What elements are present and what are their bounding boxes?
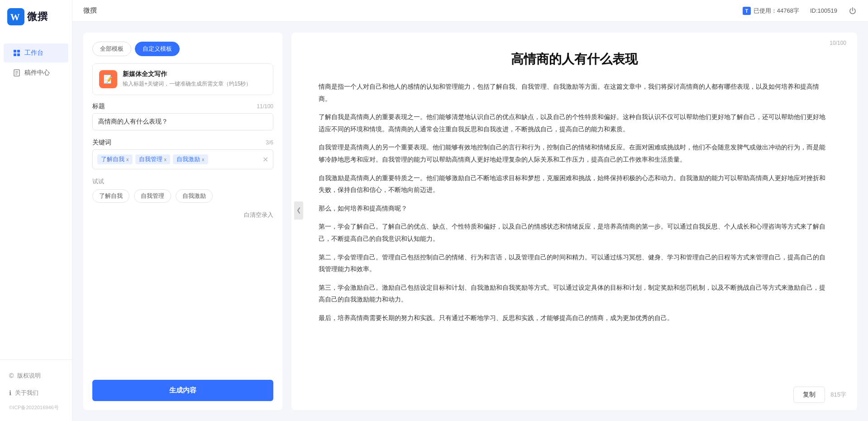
keyword-tag-3: 自我激励 x bbox=[173, 154, 208, 164]
keyword-tag-1-remove[interactable]: x bbox=[126, 157, 129, 162]
topbar-id: ID:100519 bbox=[810, 7, 837, 14]
topbar-usage: T 已使用：44768字 bbox=[743, 7, 799, 15]
sidebar-logo: W 微撰 bbox=[0, 0, 72, 33]
topbar-title: 微撰 bbox=[83, 6, 97, 15]
try-tag-2[interactable]: 自我管理 bbox=[134, 189, 171, 203]
sidebar-item-workbench[interactable]: 工作台 bbox=[4, 43, 68, 62]
keyword-tag-3-remove[interactable]: x bbox=[202, 157, 205, 162]
usage-label: 已使用：44768字 bbox=[754, 7, 799, 15]
svg-rect-4 bbox=[14, 53, 16, 56]
article-paragraph-0: 情商是指一个人对自己和他人的感情的认知和管理能力，包括了解自我、自我管理、自我激… bbox=[319, 81, 830, 105]
keyword-tag-3-text: 自我激励 bbox=[176, 155, 200, 163]
article-paragraph-5: 第一，学会了解自己。了解自己的优点、缺点、个性特质和偏好，以及自己的情感状态和情… bbox=[319, 220, 830, 244]
card-body: 新媒体全文写作 输入标题+关键词，一键准确生成所需文章（约15秒） bbox=[123, 70, 251, 88]
keywords-clear-icon[interactable]: ✕ bbox=[262, 155, 268, 164]
keywords-box[interactable]: 了解自我 x 自我管理 x 自我激励 x ✕ bbox=[92, 149, 273, 169]
template-card[interactable]: 📝 新媒体全文写作 输入标题+关键词，一键准确生成所需文章（约15秒） bbox=[92, 63, 273, 95]
article-body: 情商是指一个人对自己和他人的感情的认知和管理能力，包括了解自我、自我管理、自我激… bbox=[319, 81, 830, 324]
drafts-icon bbox=[13, 69, 21, 77]
topbar: 微撰 T 已使用：44768字 ID:100519 bbox=[72, 0, 868, 22]
article-paragraph-6: 第二，学会管理自己。管理自己包括控制自己的情绪、行为和言语，以及管理自己的时间和… bbox=[319, 251, 830, 275]
keyword-tag-2-remove[interactable]: x bbox=[164, 157, 167, 162]
sidebar-item-workbench-label: 工作台 bbox=[24, 49, 43, 57]
article-paragraph-4: 那么，如何培养和提高情商呢？ bbox=[319, 202, 830, 215]
article-paragraph-1: 了解自我是高情商人的重要表现之一。他们能够清楚地认识自己的优点和缺点，以及自己的… bbox=[319, 111, 830, 135]
article-paragraph-7: 第三，学会激励自己。激励自己包括设定目标和计划、自我激励和自我奖励等方式。可以通… bbox=[319, 282, 830, 306]
info-icon: ℹ bbox=[9, 389, 11, 397]
card-icon: 📝 bbox=[99, 70, 117, 88]
svg-rect-3 bbox=[17, 50, 20, 53]
card-desc: 输入标题+关键词，一键准确生成所需文章（约15秒） bbox=[123, 80, 251, 88]
copyright-icon: © bbox=[9, 372, 14, 379]
title-count: 11/100 bbox=[257, 103, 273, 110]
left-panel: 全部模板 自定义模板 📝 新媒体全文写作 输入标题+关键词，一键准确生成所需文章… bbox=[83, 33, 282, 410]
body-area: 全部模板 自定义模板 📝 新媒体全文写作 输入标题+关键词，一键准确生成所需文章… bbox=[72, 22, 868, 421]
sidebar-copyright-label: 版权说明 bbox=[17, 372, 41, 380]
sidebar-about-label: 关于我们 bbox=[15, 389, 38, 397]
sidebar-item-copyright[interactable]: © 版权说明 bbox=[0, 367, 72, 384]
try-tag-3[interactable]: 自我激励 bbox=[176, 189, 213, 203]
keyword-tag-2: 自我管理 x bbox=[135, 154, 171, 164]
try-section: 试试 了解自我 自我管理 自我激励 bbox=[92, 177, 273, 203]
title-section: 标题 11/100 bbox=[92, 102, 273, 130]
copy-button[interactable]: 复制 bbox=[793, 387, 825, 403]
keywords-count: 3/6 bbox=[266, 139, 273, 146]
template-tabs: 全部模板 自定义模板 bbox=[92, 42, 273, 56]
try-label: 试试 bbox=[92, 177, 273, 186]
svg-text:W: W bbox=[10, 12, 20, 23]
right-panel: 10/100 高情商的人有什么表现 情商是指一个人对自己和他人的感情的认知和管理… bbox=[291, 33, 857, 410]
tab-all-templates[interactable]: 全部模板 bbox=[92, 42, 131, 56]
sidebar-item-drafts[interactable]: 稿件中心 bbox=[4, 63, 68, 82]
article-paragraph-3: 自我激励是高情商人的重要特质之一。他们能够激励自己不断地追求目标和梦想，克服困难… bbox=[319, 172, 830, 196]
sidebar-nav: 工作台 稿件中心 bbox=[0, 33, 72, 359]
title-label: 标题 bbox=[92, 102, 105, 110]
logo-text: 微撰 bbox=[27, 10, 48, 24]
main-content: 微撰 T 已使用：44768字 ID:100519 全部模板 自定义模板 bbox=[72, 0, 868, 421]
word-count: 815字 bbox=[830, 391, 846, 399]
article-paragraph-2: 自我管理是高情商人的另一个重要表现。他们能够有效地控制自己的言行和行为，控制自己… bbox=[319, 141, 830, 165]
card-title: 新媒体全文写作 bbox=[123, 70, 251, 78]
logo-icon: W bbox=[7, 8, 24, 25]
generate-button[interactable]: 生成内容 bbox=[92, 380, 273, 401]
collapse-arrow[interactable] bbox=[294, 201, 303, 220]
keywords-label: 关键词 bbox=[92, 139, 111, 147]
article-title: 高情商的人有什么表现 bbox=[319, 51, 830, 68]
article-footer: 复制 815字 bbox=[793, 387, 846, 403]
clear-link[interactable]: 白清空录入 bbox=[92, 211, 273, 219]
keywords-section: 关键词 3/6 了解自我 x 自我管理 x 自我激励 x bbox=[92, 139, 273, 169]
power-button[interactable] bbox=[848, 6, 857, 15]
usage-icon: T bbox=[743, 7, 751, 15]
sidebar-item-about[interactable]: ℹ 关于我们 bbox=[0, 384, 72, 402]
svg-rect-5 bbox=[17, 53, 20, 56]
try-tags: 了解自我 自我管理 自我激励 bbox=[92, 189, 273, 203]
keyword-tag-2-text: 自我管理 bbox=[139, 155, 162, 163]
try-tag-1[interactable]: 了解自我 bbox=[92, 189, 129, 203]
title-input[interactable] bbox=[92, 113, 273, 130]
tab-custom-templates[interactable]: 自定义模板 bbox=[135, 42, 180, 56]
topbar-right: T 已使用：44768字 ID:100519 bbox=[743, 6, 857, 15]
icp-text: ©ICP备2022016946号 bbox=[0, 402, 72, 416]
workbench-icon bbox=[13, 49, 21, 57]
svg-rect-2 bbox=[14, 50, 16, 53]
keyword-tag-1-text: 了解自我 bbox=[101, 155, 124, 163]
title-label-row: 标题 11/100 bbox=[92, 102, 273, 110]
keyword-tag-1: 了解自我 x bbox=[97, 154, 133, 164]
article-page-count: 10/100 bbox=[830, 40, 846, 46]
sidebar: W 微撰 工作台 bbox=[0, 0, 72, 421]
sidebar-item-drafts-label: 稿件中心 bbox=[24, 69, 50, 77]
sidebar-bottom: © 版权说明 ℹ 关于我们 ©ICP备2022016946号 bbox=[0, 359, 72, 421]
article-paragraph-8: 最后，培养高情商需要长期的努力和实践。只有通过不断地学习、反思和实践，才能够提高… bbox=[319, 312, 830, 324]
keywords-label-row: 关键词 3/6 bbox=[92, 139, 273, 147]
